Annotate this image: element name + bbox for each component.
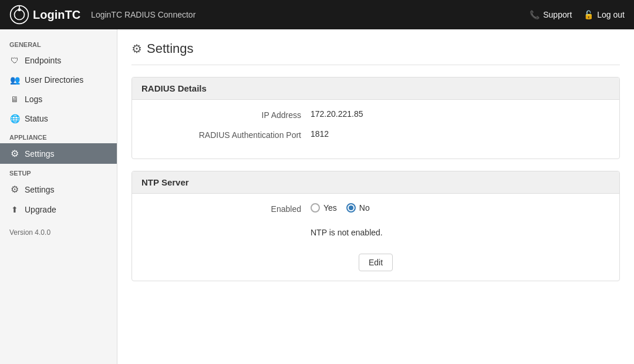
support-label: Support	[543, 10, 572, 19]
main-content: ⚙ Settings RADIUS Details IP Address 172…	[117, 29, 634, 364]
ntp-enabled-row: Enabled Yes No	[146, 203, 605, 214]
sidebar-item-logs[interactable]: Logs	[0, 89, 117, 109]
radius-details-card: RADIUS Details IP Address 172.20.221.85 …	[131, 77, 620, 159]
sidebar-section-general: GENERAL	[0, 35, 117, 50]
page-title-text: Settings	[147, 41, 194, 56]
user-directories-icon	[9, 75, 20, 85]
sidebar-item-status-label: Status	[25, 114, 48, 123]
logout-icon: 🔓	[584, 10, 593, 19]
sidebar-item-setup-settings[interactable]: Settings	[0, 179, 117, 200]
sidebar-item-setup-settings-label: Settings	[25, 185, 55, 194]
ntp-enabled-value: Yes No	[311, 203, 605, 213]
sidebar: GENERAL Endpoints User Directories Logs …	[0, 29, 117, 364]
sidebar-item-appliance-settings-label: Settings	[25, 149, 55, 159]
svg-point-2	[18, 8, 21, 11]
sidebar-section-setup: SETUP	[0, 164, 117, 179]
ntp-no-option[interactable]: No	[346, 203, 370, 213]
ntp-no-radio[interactable]	[346, 203, 356, 213]
ip-address-label: IP Address	[146, 109, 311, 120]
ntp-message-spacer	[146, 223, 311, 224]
logs-icon	[9, 94, 20, 104]
top-navigation: LoginTC LoginTC RADIUS Connector 📞 Suppo…	[0, 0, 634, 29]
sidebar-item-logs-label: Logs	[25, 95, 42, 104]
version-label: Version 4.0.0	[0, 221, 117, 244]
auth-port-label: RADIUS Authentication Port	[146, 129, 311, 140]
brand-name: LoginTC	[33, 8, 80, 22]
auth-port-value: 1812	[311, 129, 605, 139]
sidebar-item-upgrade-label: Upgrade	[25, 205, 56, 214]
brand-logo: LoginTC	[9, 5, 80, 25]
ntp-message-row: NTP is not enabled.	[146, 223, 605, 244]
support-link[interactable]: 📞 Support	[530, 10, 572, 19]
sidebar-item-endpoints-label: Endpoints	[25, 56, 61, 65]
nav-links: 📞 Support 🔓 Log out	[530, 10, 625, 19]
ntp-server-card: NTP Server Enabled Yes	[131, 171, 620, 281]
sidebar-item-endpoints[interactable]: Endpoints	[0, 50, 117, 70]
sidebar-section-appliance: APPLIANCE	[0, 128, 117, 143]
ntp-server-body: Enabled Yes No	[132, 194, 619, 281]
support-icon: 📞	[530, 10, 539, 19]
status-icon	[9, 113, 20, 123]
logout-label: Log out	[597, 10, 625, 19]
ntp-yes-label: Yes	[323, 203, 337, 213]
auth-port-row: RADIUS Authentication Port 1812	[146, 129, 605, 140]
upgrade-icon	[9, 204, 20, 214]
sidebar-item-appliance-settings[interactable]: Settings	[0, 143, 117, 164]
sidebar-item-user-directories-label: User Directories	[25, 75, 83, 85]
ntp-yes-radio[interactable]	[311, 203, 320, 213]
ip-address-value: 172.20.221.85	[311, 109, 605, 119]
edit-button[interactable]: Edit	[359, 254, 393, 271]
appliance-settings-icon	[9, 148, 20, 159]
brand: LoginTC LoginTC RADIUS Connector	[9, 5, 530, 25]
connector-name: LoginTC RADIUS Connector	[91, 10, 195, 19]
ntp-no-radio-inner	[349, 205, 353, 210]
ntp-disabled-message: NTP is not enabled.	[311, 228, 605, 237]
logintc-logo-icon	[9, 5, 29, 25]
ip-address-row: IP Address 172.20.221.85	[146, 109, 605, 120]
ntp-server-header: NTP Server	[132, 171, 619, 194]
page-title: ⚙ Settings	[131, 41, 620, 65]
sidebar-item-user-directories[interactable]: User Directories	[0, 70, 117, 89]
setup-settings-icon	[9, 184, 20, 195]
logout-link[interactable]: 🔓 Log out	[584, 10, 625, 19]
radius-details-header: RADIUS Details	[132, 77, 619, 100]
ntp-enabled-label: Enabled	[146, 203, 311, 214]
radius-details-body: IP Address 172.20.221.85 RADIUS Authenti…	[132, 100, 619, 159]
sidebar-item-status[interactable]: Status	[0, 109, 117, 128]
sidebar-item-upgrade[interactable]: Upgrade	[0, 200, 117, 219]
page-title-gear-icon: ⚙	[131, 42, 142, 56]
ntp-no-label: No	[359, 203, 370, 213]
endpoints-icon	[9, 55, 20, 65]
ntp-yes-option[interactable]: Yes	[311, 203, 337, 213]
ntp-radio-group: Yes No	[311, 203, 605, 213]
